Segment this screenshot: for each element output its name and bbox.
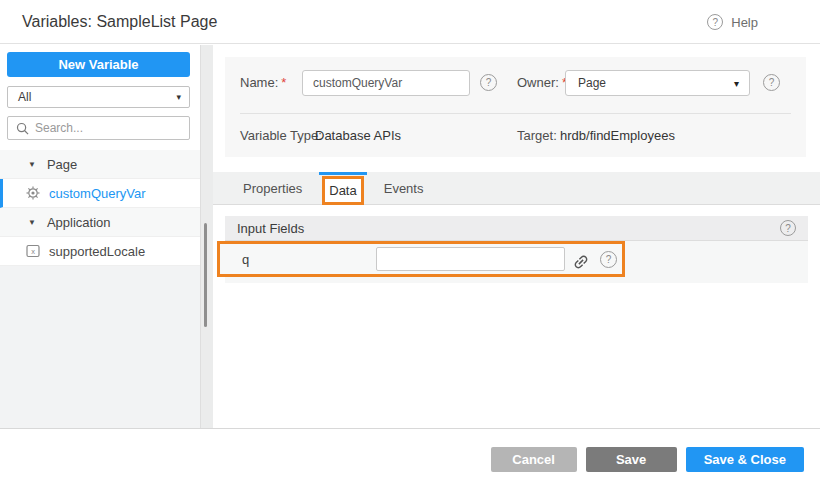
variables-tree: ▼ Page customQuery [0,150,200,266]
bind-link-icon[interactable] [572,253,590,271]
search-input[interactable] [35,121,181,135]
input-fields-help-icon[interactable]: ? [780,220,796,236]
help-label: Help [731,15,758,30]
active-tab-indicator [319,172,366,175]
variable-filter-value: All [18,90,31,104]
name-help-icon[interactable]: ? [480,74,497,91]
variables-sidebar: New Variable All ▾ ▼ Page [0,45,200,428]
svg-text:x: x [31,247,35,256]
input-fields-header: Input Fields ? [225,216,808,241]
dialog-header: Variables: SampleList Page ? Help [0,0,820,44]
owner-label: Owner:* [517,70,567,96]
tab-events[interactable]: Events [370,172,438,204]
input-fields-section: Input Fields ? q ? [225,216,808,283]
target-value: hrdb/findEmployees [560,123,675,149]
sidebar-empty-area [0,266,200,428]
tree-group-page[interactable]: ▼ Page [0,150,200,179]
variable-icon: x [26,244,40,258]
page-title: Variables: SampleList Page [22,0,217,44]
search-icon [16,122,29,135]
tree-item-supportedlocale[interactable]: x supportedLocale [0,237,200,266]
collapse-triangle-icon: ▼ [28,160,36,169]
collapse-triangle-icon: ▼ [28,218,36,227]
panel-divider [240,113,791,114]
chevron-down-icon: ▾ [176,92,181,102]
tab-data-label: Data [329,183,356,198]
tree-group-label: Application [47,215,111,230]
service-variable-icon [26,186,40,200]
help-circle-icon: ? [707,14,723,30]
variable-search-box[interactable] [7,116,190,140]
name-input[interactable] [302,70,470,96]
save-and-close-button[interactable]: Save & Close [686,447,804,472]
variable-summary-panel: Name:* ? Owner:* Page ▾ ? Variable Type:… [225,57,806,157]
tree-item-customqueryvar[interactable]: customQueryVar [0,179,200,208]
variable-type-value: Database APIs [315,123,401,149]
input-fields-title: Input Fields [237,221,304,236]
owner-select[interactable]: Page ▾ [565,70,750,96]
chevron-down-icon: ▾ [734,78,739,89]
save-button[interactable]: Save [586,447,677,472]
variable-detail-pane: Name:* ? Owner:* Page ▾ ? Variable Type:… [213,45,820,428]
required-asterisk: * [281,75,286,90]
tree-item-label: supportedLocale [49,244,145,259]
input-field-row-q: q ? [217,241,625,277]
field-help-icon[interactable]: ? [600,251,617,268]
tree-item-label: customQueryVar [49,186,146,201]
owner-select-value: Page [578,76,606,90]
dialog-footer: Cancel Save Save & Close [0,428,820,489]
field-q-input[interactable] [376,247,565,271]
tab-data[interactable]: Data [322,176,363,205]
sidebar-scrollbar[interactable] [204,223,207,327]
variable-filter-select[interactable]: All ▾ [7,86,190,108]
tree-group-application[interactable]: ▼ Application [0,208,200,237]
variables-dialog: Variables: SampleList Page ? Help New Va… [0,0,820,489]
new-variable-button[interactable]: New Variable [7,52,190,77]
field-name: q [242,252,249,267]
variable-type-row: Variable Type: [240,123,322,149]
help-button[interactable]: ? Help [707,0,758,44]
tab-properties[interactable]: Properties [229,172,316,204]
detail-tabbar: Properties Data Events [213,172,820,205]
owner-help-icon[interactable]: ? [763,74,780,91]
cancel-button[interactable]: Cancel [491,447,577,472]
name-label: Name:* [240,70,286,96]
tree-group-label: Page [47,157,77,172]
variable-type-label: Variable Type: [240,128,322,143]
target-label: Target: [517,123,557,149]
